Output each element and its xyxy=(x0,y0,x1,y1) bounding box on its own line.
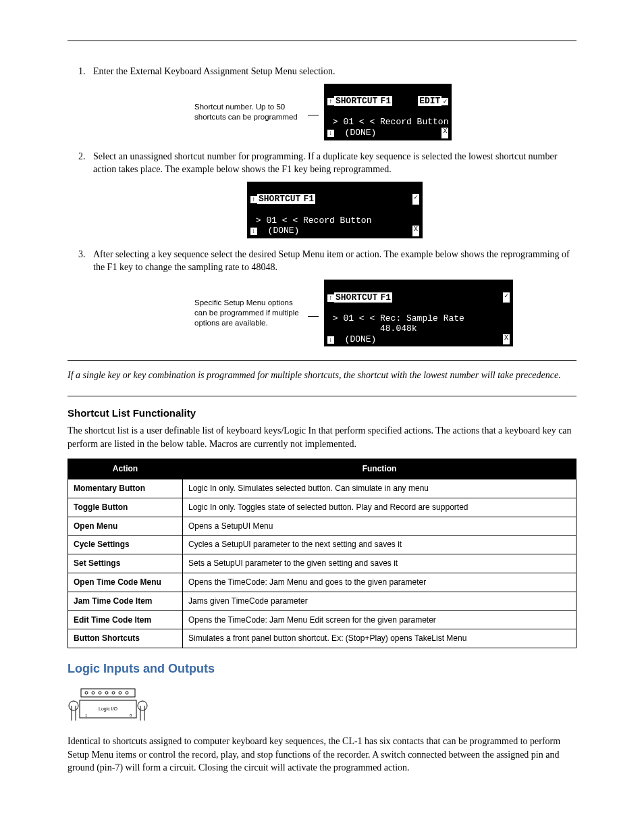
figure-1-caption: Shortcut number. Up to 50 shortcuts can … xyxy=(194,102,302,122)
f1-tag: F1 xyxy=(302,194,315,204)
step-2-text: Select an unassigned shortcut number for… xyxy=(93,151,557,175)
shortcut-list-paragraph: The shortcut list is a user definable li… xyxy=(68,424,576,450)
cell-function: Opens the TimeCode: Jam Menu and goes to… xyxy=(183,573,576,592)
svg-point-4 xyxy=(105,692,108,694)
cell-action: Open Menu xyxy=(68,517,183,536)
step-2: Select an unassigned shortcut number for… xyxy=(88,150,576,238)
action-function-table: Action Function Momentary ButtonLogic In… xyxy=(68,459,576,648)
cell-function: Logic In only. Toggles state of selected… xyxy=(183,498,576,517)
table-row: Edit Time Code ItemOpens the TimeCode: J… xyxy=(68,610,576,629)
step-3-text: After selecting a key sequence select th… xyxy=(93,249,570,273)
figure-3-caption: Specific Setup Menu options can be progr… xyxy=(194,298,302,328)
cell-action: Cycle Settings xyxy=(68,536,183,554)
figure-1-row: Shortcut number. Up to 50 shortcuts can … xyxy=(194,84,576,140)
cell-function: Opens the TimeCode: Jam Menu Edit screen… xyxy=(183,610,576,629)
table-row: Set SettingsSets a SetupUI parameter to … xyxy=(68,554,576,573)
lcd-done: (DONE) xyxy=(334,334,376,344)
svg-point-5 xyxy=(112,692,115,694)
connector-label: Logic I/O xyxy=(99,706,118,712)
table-row: Button ShortcutsSimulates a front panel … xyxy=(68,629,576,648)
shortcut-tag: SHORTCUT xyxy=(257,194,302,204)
step-1-text: Enter the External Keyboard Assignment S… xyxy=(93,66,335,76)
f1-tag: F1 xyxy=(379,292,392,303)
figure-3-row: Specific Setup Menu options can be progr… xyxy=(194,280,576,347)
step-1: Enter the External Keyboard Assignment S… xyxy=(88,65,576,140)
figure-2-row: ↑SHORTCUTF1✓ > 01 < < Record Button ↓ (D… xyxy=(93,182,576,238)
cell-function: Logic In only. Simulates selected button… xyxy=(183,479,576,498)
table-row: Toggle ButtonLogic In only. Toggles stat… xyxy=(68,498,576,517)
cell-action: Momentary Button xyxy=(68,479,183,498)
cell-function: Sets a SetupUI parameter to the given se… xyxy=(183,554,576,573)
step-3: After selecting a key sequence select th… xyxy=(88,248,576,347)
svg-point-3 xyxy=(99,692,101,694)
table-row: Cycle SettingsCycles a SetupUI parameter… xyxy=(68,536,576,554)
up-arrow-icon: ↑ xyxy=(327,294,334,302)
cell-action: Open Time Code Menu xyxy=(68,573,183,592)
connector-icon: Logic I/O 1 8 xyxy=(68,685,149,723)
svg-point-6 xyxy=(119,692,122,694)
table-body: Momentary ButtonLogic In only. Simulates… xyxy=(68,479,576,648)
top-horizontal-rule xyxy=(68,41,576,41)
lcd-screenshot-2: ↑SHORTCUTF1✓ > 01 < < Record Button ↓ (D… xyxy=(247,182,423,238)
cell-action: Button Shortcuts xyxy=(68,629,183,648)
table-row: Jam Time Code ItemJams given TimeCode pa… xyxy=(68,592,576,610)
leader-line-icon xyxy=(308,316,319,317)
table-header-function: Function xyxy=(183,459,576,479)
svg-text:8: 8 xyxy=(130,713,132,717)
table-header-action: Action xyxy=(68,459,183,479)
x-icon: X xyxy=(503,334,510,345)
x-icon: X xyxy=(412,226,419,236)
connector-diagram: Logic I/O 1 8 xyxy=(68,685,576,727)
cell-function: Jams given TimeCode parameter xyxy=(183,592,576,610)
cell-action: Set Settings xyxy=(68,554,183,573)
instruction-list: Enter the External Keyboard Assignment S… xyxy=(88,65,576,346)
svg-point-12 xyxy=(69,701,78,710)
logic-io-paragraph: Identical to shortcuts assigned to compu… xyxy=(68,735,576,775)
svg-point-13 xyxy=(138,701,147,710)
svg-point-2 xyxy=(92,692,95,694)
f1-tag: F1 xyxy=(379,96,392,106)
horizontal-rule xyxy=(68,360,576,361)
cell-action: Toggle Button xyxy=(68,498,183,517)
down-arrow-icon: ↓ xyxy=(250,228,257,235)
shortcut-list-heading: Shortcut List Functionality xyxy=(68,406,576,420)
check-icon: ✓ xyxy=(503,292,510,303)
table-row: Open Time Code MenuOpens the TimeCode: J… xyxy=(68,573,576,592)
check-icon: ✓ xyxy=(441,98,448,105)
x-icon: X xyxy=(441,128,448,138)
shortcut-tag: SHORTCUT xyxy=(334,292,379,303)
lcd-line2: > 01 < < Record Button xyxy=(327,117,448,127)
svg-text:1: 1 xyxy=(85,713,88,717)
table-row: Momentary ButtonLogic In only. Simulates… xyxy=(68,479,576,498)
cell-function: Simulates a front panel button shortcut.… xyxy=(183,629,576,648)
down-arrow-icon: ↓ xyxy=(327,130,334,137)
lcd-screenshot-1: ↑SHORTCUTF1EDIT✓ > 01 < < Record Button … xyxy=(324,84,452,140)
down-arrow-icon: ↓ xyxy=(327,336,334,344)
table-row: Open MenuOpens a SetupUI Menu xyxy=(68,517,576,536)
leader-line-icon xyxy=(308,115,319,115)
check-icon: ✓ xyxy=(412,194,419,205)
horizontal-rule xyxy=(68,396,576,396)
precedence-note: If a single key or key combination is pr… xyxy=(68,369,576,382)
lcd-done: (DONE) xyxy=(334,128,376,138)
logic-io-heading: Logic Inputs and Outputs xyxy=(68,660,576,677)
svg-point-7 xyxy=(126,692,128,694)
lcd-done: (DONE) xyxy=(257,226,299,236)
cell-function: Opens a SetupUI Menu xyxy=(183,517,576,536)
lcd-line2b: 48.048k xyxy=(327,323,417,334)
lcd-line2: > 01 < < Record Button xyxy=(250,215,371,226)
up-arrow-icon: ↑ xyxy=(327,98,334,105)
cell-function: Cycles a SetupUI parameter to the next s… xyxy=(183,536,576,554)
up-arrow-icon: ↑ xyxy=(250,196,257,203)
shortcut-tag: SHORTCUT xyxy=(334,96,379,106)
lcd-screenshot-3: ↑SHORTCUTF1✓ > 01 < < Rec: Sample Rate 4… xyxy=(324,280,513,347)
lcd-line2a: > 01 < < Rec: Sample Rate xyxy=(327,313,464,323)
svg-point-1 xyxy=(85,692,88,694)
cell-action: Edit Time Code Item xyxy=(68,610,183,629)
edit-tag: EDIT xyxy=(418,96,441,106)
cell-action: Jam Time Code Item xyxy=(68,592,183,610)
